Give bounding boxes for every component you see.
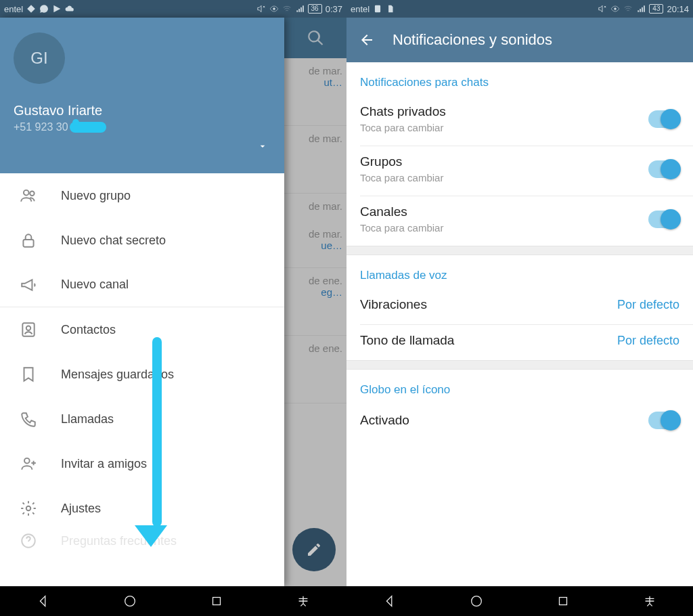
menu-new-channel[interactable]: Nuevo canal xyxy=(0,263,284,307)
svg-point-7 xyxy=(26,506,31,511)
svg-point-9 xyxy=(125,596,135,607)
settings-header: Notificaciones y sonidos xyxy=(346,18,693,62)
svg-point-1 xyxy=(24,190,29,196)
svg-point-6 xyxy=(24,458,30,464)
docs-icon xyxy=(386,4,395,14)
megaphone-icon xyxy=(19,276,38,294)
eye-icon xyxy=(610,4,620,14)
switch-channels[interactable] xyxy=(648,211,679,228)
page-title: Notificaciones y sonidos xyxy=(393,31,552,49)
recents-icon[interactable] xyxy=(556,594,571,609)
svg-rect-14 xyxy=(560,598,567,605)
row-groups[interactable]: GruposToca para cambiar xyxy=(346,146,693,196)
row-vibrations[interactable]: Vibraciones Por defecto xyxy=(346,289,693,324)
menu-label: Nuevo canal xyxy=(61,278,129,292)
people-icon xyxy=(19,186,38,205)
menu-label: Llamadas xyxy=(61,412,114,426)
svg-point-12 xyxy=(614,7,617,10)
svg-point-13 xyxy=(472,596,482,607)
redaction-mark xyxy=(70,122,106,133)
settings-body: Notificaciones para chats Chats privados… xyxy=(346,62,693,586)
drawer-menu: Nuevo grupo Nuevo chat secreto Nuevo can… xyxy=(0,173,284,551)
menu-label: Nuevo grupo xyxy=(61,189,131,203)
drawer-header: GI Gustavo Iriarte +51 923 30 xyxy=(0,18,284,173)
svg-point-2 xyxy=(30,192,34,196)
clock-label: 20:14 xyxy=(667,4,689,14)
recents-icon[interactable] xyxy=(209,594,224,609)
menu-settings[interactable]: Ajustes xyxy=(0,486,284,531)
navigation-drawer: GI Gustavo Iriarte +51 923 30 Nuevo grup… xyxy=(0,18,284,586)
carrier-label: entel xyxy=(351,4,370,14)
menu-label: Contactos xyxy=(61,323,116,337)
row-private-chats[interactable]: Chats privadosToca para cambiar xyxy=(346,96,693,146)
menu-invite[interactable]: Invitar a amigos xyxy=(0,441,284,486)
section-badge: Globo en el ícono xyxy=(346,370,693,403)
menu-new-group[interactable]: Nuevo grupo xyxy=(0,173,284,218)
switch-badge[interactable] xyxy=(648,412,679,429)
gear-icon xyxy=(19,499,38,518)
contact-icon xyxy=(19,320,38,339)
svg-point-0 xyxy=(273,7,275,10)
row-channels[interactable]: CanalesToca para cambiar xyxy=(346,196,693,246)
help-icon xyxy=(19,531,38,550)
wifi-icon xyxy=(623,4,633,14)
home-icon[interactable] xyxy=(469,594,484,609)
back-icon[interactable] xyxy=(36,594,51,609)
play-icon xyxy=(52,4,62,14)
value-vibrations: Por defecto xyxy=(617,298,679,312)
value-ringtone: Por defecto xyxy=(617,334,679,348)
clock-label: 0:37 xyxy=(326,4,342,14)
back-arrow-icon[interactable] xyxy=(359,32,375,48)
mute-icon xyxy=(256,4,266,14)
battery-level: 36 xyxy=(308,4,322,14)
wifi-icon xyxy=(282,4,292,14)
menu-label: Ajustes xyxy=(61,502,101,516)
person-add-icon xyxy=(19,454,38,473)
row-badge-enabled[interactable]: Activado xyxy=(346,403,693,441)
signal-icon xyxy=(295,4,305,14)
phone-icon xyxy=(19,410,38,428)
battery-level: 43 xyxy=(649,4,663,14)
drawer-icon[interactable] xyxy=(642,594,657,609)
row-ringtone[interactable]: Tono de llamada Por defecto xyxy=(346,325,693,360)
section-calls: Llamadas de voz xyxy=(346,255,693,289)
status-bar: entel 43 20:14 xyxy=(346,0,693,18)
phone-left: entel 36 0:37 de mar.ut… de mar. de mar.… xyxy=(0,0,346,616)
svg-rect-11 xyxy=(375,5,380,13)
diamond-icon xyxy=(26,4,36,14)
chevron-down-icon xyxy=(257,141,268,152)
lock-icon xyxy=(19,231,38,250)
menu-contacts[interactable]: Contactos xyxy=(0,307,284,352)
menu-label: Nuevo chat secreto xyxy=(61,234,166,248)
section-chats: Notificaciones para chats xyxy=(346,62,693,96)
menu-calls[interactable]: Llamadas xyxy=(0,397,284,441)
menu-label: Invitar a amigos xyxy=(61,457,147,471)
drawer-icon[interactable] xyxy=(296,594,311,609)
back-icon[interactable] xyxy=(382,594,397,609)
android-navbar xyxy=(346,586,693,616)
svg-rect-10 xyxy=(213,598,221,605)
menu-label: Mensajes guardados xyxy=(61,368,174,382)
signal-icon xyxy=(636,4,646,14)
menu-saved[interactable]: Mensajes guardados xyxy=(0,352,284,397)
account-dropdown[interactable] xyxy=(257,141,268,154)
eye-icon xyxy=(269,4,279,14)
cloud-icon xyxy=(65,4,74,14)
whatsapp-icon xyxy=(39,4,49,14)
carrier-label: entel xyxy=(4,4,23,14)
avatar[interactable]: GI xyxy=(14,32,65,84)
svg-rect-3 xyxy=(23,240,33,247)
bookmark-icon xyxy=(19,365,38,384)
mute-icon xyxy=(598,4,607,14)
switch-groups[interactable] xyxy=(648,160,679,178)
menu-faq[interactable]: Preguntas frecuentes xyxy=(0,531,284,551)
menu-secret-chat[interactable]: Nuevo chat secreto xyxy=(0,218,284,263)
switch-private[interactable] xyxy=(648,110,679,128)
sim-icon xyxy=(373,4,382,14)
user-phone: +51 923 30 xyxy=(14,121,271,133)
android-navbar xyxy=(0,586,346,616)
svg-rect-4 xyxy=(22,323,34,336)
home-icon[interactable] xyxy=(122,594,137,609)
phone-right: entel 43 20:14 Notificaciones y sonidos … xyxy=(346,0,693,616)
user-name: Gustavo Iriarte xyxy=(14,103,271,118)
